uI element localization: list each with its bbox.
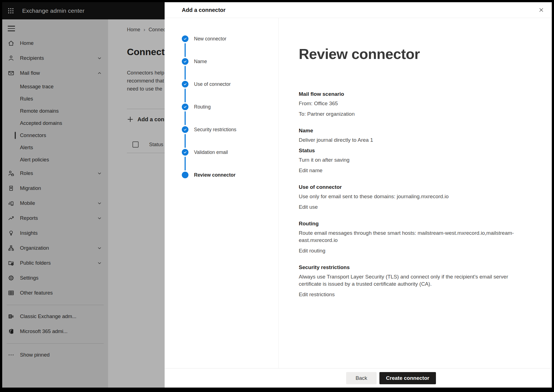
step-completed-icon [182,126,188,133]
step-label: New connector [194,36,226,42]
step-current-icon [182,172,188,178]
panel-footer: Back Create connector [165,368,552,388]
step-connector-line [185,157,186,171]
use-of-connector-value: Use only for email sent to these domains… [299,193,529,200]
step-completed-icon [182,35,188,42]
edit-name-link[interactable]: Edit name [299,167,323,174]
step-new-connector[interactable]: New connector [182,35,278,42]
step-connector-line [185,66,186,80]
section-heading-status: Status [299,147,529,154]
step-label: Review connector [194,172,236,178]
section-heading-security-restrictions: Security restrictions [299,264,529,271]
step-completed-icon [182,149,188,156]
review-title: Review connector [299,45,535,63]
app-window: Exchange admin center Home Recipients Ma… [2,2,552,388]
panel-title: Add a connector [182,7,226,13]
mail-flow-to: To: Partner organization [299,110,529,118]
step-connector-line [185,111,186,125]
add-connector-panel: Add a connector New connector [165,2,552,388]
section-heading-routing: Routing [299,220,529,227]
back-button[interactable]: Back [346,372,377,384]
step-label: Use of connector [194,81,231,87]
step-label: Validation email [194,149,228,155]
step-connector-line [185,89,186,102]
step-connector-line [185,43,186,57]
dim-overlay [2,2,165,388]
panel-body: New connector Name Use [165,18,552,368]
mail-flow-from: From: Office 365 [299,100,529,107]
step-routing[interactable]: Routing [182,104,278,110]
step-review-connector[interactable]: Review connector [182,172,278,178]
footer-buttons: Back Create connector [346,372,436,384]
step-completed-icon [182,81,188,87]
step-connector-line [185,134,186,148]
create-connector-button[interactable]: Create connector [379,372,436,384]
step-label: Security restrictions [194,127,236,133]
close-button[interactable] [536,5,546,15]
edit-use-link[interactable]: Edit use [299,203,318,211]
screenshot-frame: Exchange admin center Home Recipients Ma… [0,0,554,392]
step-label: Name [194,59,207,65]
edit-restrictions-link[interactable]: Edit restrictions [299,291,335,298]
step-validation-email[interactable]: Validation email [182,149,278,156]
step-label: Routing [194,104,211,110]
section-heading-mail-flow-scenario: Mail flow scenario [299,91,529,98]
routing-value: Route email messages through these smart… [299,229,529,244]
step-security-restrictions[interactable]: Security restrictions [182,126,278,133]
status-value: Turn it on after saving [299,156,529,164]
close-icon [538,7,544,13]
edit-routing-link[interactable]: Edit routing [299,247,325,254]
security-restrictions-value: Always use Transport Layer Security (TLS… [299,273,529,288]
step-use-of-connector[interactable]: Use of connector [182,81,278,87]
step-name[interactable]: Name [182,58,278,65]
review-content: Review connector Mail flow scenario From… [279,18,552,368]
panel-header: Add a connector [165,2,552,18]
step-completed-icon [182,104,188,110]
wizard-stepper: New connector Name Use [165,18,279,368]
section-heading-name: Name [299,127,529,134]
name-value: Deliver journal directly to Area 1 [299,136,529,144]
section-heading-use-of-connector: Use of connector [299,184,529,191]
step-completed-icon [182,58,188,65]
